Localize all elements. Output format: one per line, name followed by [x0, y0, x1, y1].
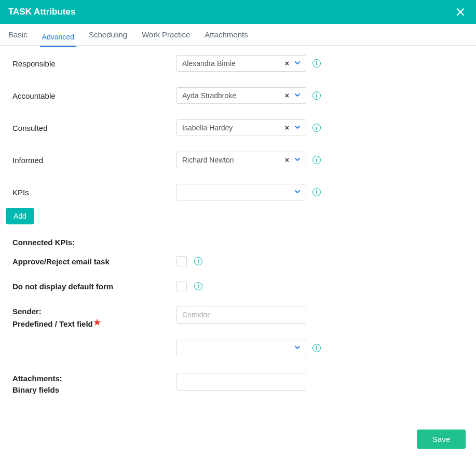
info-icon[interactable]: i	[312, 344, 321, 352]
row-sender-select: i	[7, 340, 469, 356]
clear-icon[interactable]: ×	[285, 156, 289, 164]
label-accountable: Accountable	[7, 91, 176, 100]
chevron-down-icon[interactable]	[294, 344, 301, 352]
sender-input[interactable]	[176, 306, 306, 324]
select-value-consulted: Isabella Hardey	[182, 124, 285, 132]
label-attachments: Attachments: Binary fields	[7, 373, 176, 396]
clear-icon[interactable]: ×	[285, 124, 289, 132]
tab-advanced[interactable]: Advanced	[40, 26, 76, 47]
label-kpis: KPIs	[7, 188, 176, 197]
label-informed: Informed	[7, 156, 176, 165]
clear-icon[interactable]: ×	[285, 91, 289, 100]
close-button[interactable]	[453, 5, 468, 19]
checkbox-approve-reject[interactable]	[176, 256, 187, 266]
row-consulted: Consulted Isabella Hardey × i	[7, 119, 469, 136]
chevron-down-icon[interactable]	[294, 124, 301, 132]
select-value-accountable: Ayda Stradbroke	[182, 91, 285, 100]
select-consulted[interactable]: Isabella Hardey ×	[176, 119, 306, 136]
attachments-line1: Attachments:	[12, 374, 62, 383]
info-icon[interactable]: i	[194, 257, 202, 265]
label-responsible: Responsible	[7, 59, 176, 68]
select-accountable[interactable]: Ayda Stradbroke ×	[176, 87, 306, 104]
label-approve-reject: Approve/Reject email task	[7, 257, 176, 266]
sender-line1: Sender:	[12, 307, 42, 316]
select-sender[interactable]	[176, 340, 306, 356]
label-sender: Sender: Predefined / Text field★	[7, 306, 176, 330]
info-icon[interactable]: i	[312, 91, 321, 100]
tab-attachments[interactable]: Attachments	[202, 24, 250, 46]
chevron-down-icon[interactable]	[294, 156, 301, 164]
info-icon[interactable]: i	[194, 282, 202, 290]
chevron-down-icon[interactable]	[294, 91, 301, 100]
task-attributes-modal: TASK Attributes Basic Advanced Schedulin…	[0, 0, 476, 456]
modal-header: TASK Attributes	[0, 0, 476, 24]
sender-line2: Predefined / Text field	[12, 319, 93, 328]
row-attachments: Attachments: Binary fields	[7, 373, 469, 396]
close-icon	[455, 7, 466, 17]
form-content: Responsible Alexandra Birnie × i Account…	[0, 46, 476, 422]
add-button[interactable]: Add	[6, 208, 34, 224]
info-icon[interactable]: i	[312, 124, 321, 132]
modal-footer: Save	[0, 422, 476, 456]
chevron-down-icon[interactable]	[294, 59, 301, 68]
required-star-icon: ★	[93, 318, 101, 327]
info-icon[interactable]: i	[312, 188, 321, 196]
row-accountable: Accountable Ayda Stradbroke × i	[7, 87, 469, 104]
clear-icon[interactable]: ×	[285, 59, 289, 68]
label-do-not-display: Do not display default form	[7, 282, 176, 291]
attachments-line2: Binary fields	[12, 385, 59, 394]
row-approve-reject: Approve/Reject email task i	[7, 256, 469, 266]
info-icon[interactable]: i	[312, 156, 321, 164]
chevron-down-icon[interactable]	[294, 188, 301, 196]
tab-work-practice[interactable]: Work Practice	[140, 24, 192, 46]
select-informed[interactable]: Richard Newton ×	[176, 152, 306, 168]
tab-basic[interactable]: Basic	[6, 24, 30, 46]
row-kpis: KPIs i	[7, 184, 469, 200]
modal-title: TASK Attributes	[8, 7, 75, 17]
attachments-input[interactable]	[176, 373, 306, 391]
row-do-not-display: Do not display default form i	[7, 281, 469, 291]
select-responsible[interactable]: Alexandra Birnie ×	[176, 55, 306, 72]
select-value-responsible: Alexandra Birnie	[182, 59, 285, 68]
save-button[interactable]: Save	[417, 430, 466, 449]
row-responsible: Responsible Alexandra Birnie × i	[7, 55, 469, 72]
label-consulted: Consulted	[7, 124, 176, 132]
tab-scheduling[interactable]: Scheduling	[87, 24, 129, 46]
row-sender: Sender: Predefined / Text field★	[7, 306, 469, 330]
checkbox-do-not-display[interactable]	[176, 281, 187, 291]
info-icon[interactable]: i	[312, 59, 321, 68]
select-value-informed: Richard Newton	[182, 156, 285, 164]
tab-bar: Basic Advanced Scheduling Work Practice …	[0, 24, 476, 46]
select-kpis[interactable]	[176, 184, 306, 200]
connected-kpis-label: Connected KPIs:	[12, 238, 469, 247]
row-informed: Informed Richard Newton × i	[7, 152, 469, 168]
